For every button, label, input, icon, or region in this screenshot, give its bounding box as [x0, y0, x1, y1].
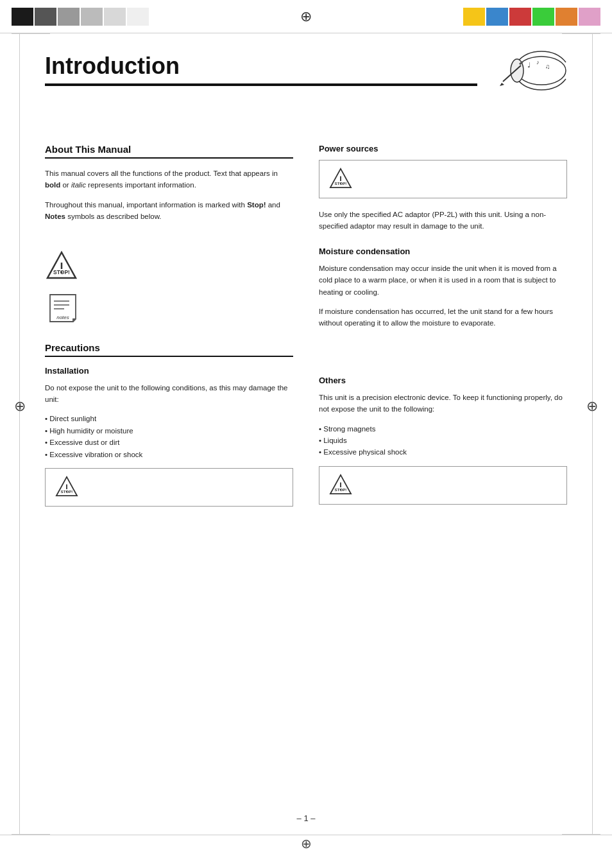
- svg-text:notes: notes: [56, 315, 69, 320]
- page-number: – 1 –: [297, 813, 316, 823]
- power-sources-section: Power sources STOP! Use only the specifi…: [319, 144, 567, 232]
- svg-text:♪: ♪: [536, 59, 540, 65]
- svg-text:♫: ♫: [545, 63, 550, 70]
- color-block-1: [12, 8, 33, 26]
- top-crosshair: ⊕: [300, 8, 312, 25]
- header-illustration: ♩ ♪ ♫: [484, 46, 567, 94]
- power-sources-heading: Power sources: [319, 144, 567, 153]
- precautions-heading: Precautions: [45, 342, 293, 357]
- stop-box-others: STOP!: [319, 466, 567, 505]
- right-crosshair: ⊕: [586, 398, 598, 415]
- color-block-6: [127, 8, 149, 26]
- color-blocks-left: [12, 8, 149, 26]
- moisture-section: Moisture condensation Moisture condensat…: [319, 247, 567, 329]
- stop-box-power: STOP!: [319, 160, 567, 198]
- others-text2: • Strong magnets• Liquids• Excessive phy…: [319, 423, 567, 458]
- notes-icon-left: notes: [45, 292, 293, 329]
- color-block-2: [35, 8, 56, 26]
- color-block-4: [81, 8, 103, 26]
- installation-text2: • Direct sunlight• High humidity or mois…: [45, 413, 293, 460]
- right-column: Power sources STOP! Use only the specifi…: [319, 144, 567, 542]
- svg-marker-6: [500, 83, 504, 86]
- about-body-2: Throughout this manual, important inform…: [45, 199, 293, 223]
- bottom-bar: [0, 835, 612, 868]
- stop-icon-installation: STOP!: [55, 475, 79, 499]
- moisture-text1: Moisture condensation may occur inside t…: [319, 263, 567, 298]
- color-block-5: [104, 8, 126, 26]
- installation-heading: Installation: [45, 366, 293, 376]
- others-text1: This unit is a precision electronic devi…: [319, 392, 567, 415]
- scroll-illustration: ♩ ♪ ♫: [484, 46, 567, 94]
- about-this-manual-heading: About This Manual: [45, 144, 293, 159]
- svg-text:♩: ♩: [527, 61, 531, 69]
- color-block-r5: [556, 8, 577, 26]
- others-heading: Others: [319, 376, 567, 385]
- stop-box-installation: STOP!: [45, 468, 293, 507]
- main-columns: About This Manual This manual covers all…: [45, 144, 567, 542]
- left-crosshair: ⊕: [14, 398, 26, 415]
- moisture-heading: Moisture condensation: [319, 247, 567, 256]
- stop-icon-left: STOP!: [45, 250, 293, 286]
- about-body-1: This manual covers all the functions of …: [45, 168, 293, 191]
- stop-icon-power: STOP!: [328, 167, 353, 191]
- page-title: Introduction: [45, 53, 477, 86]
- color-block-3: [58, 8, 80, 26]
- color-block-r4: [532, 8, 554, 26]
- moisture-text2: If moisture condensation has occurred, l…: [319, 306, 567, 329]
- svg-point-27: [340, 489, 341, 490]
- power-text: Use only the specified AC adaptor (PP-2L…: [319, 209, 567, 232]
- svg-point-19: [66, 490, 67, 492]
- color-blocks-right: [463, 8, 600, 26]
- top-bar: ⊕: [0, 0, 612, 33]
- precautions-section: Precautions Installation Do not expose t…: [45, 342, 293, 460]
- installation-text1: Do not expose the unit to the following …: [45, 382, 293, 406]
- svg-point-11: [61, 271, 63, 273]
- color-block-r2: [486, 8, 508, 26]
- svg-point-0: [517, 56, 566, 85]
- color-block-r3: [509, 8, 531, 26]
- about-this-manual-section: About This Manual This manual covers all…: [45, 144, 293, 223]
- color-block-r1: [463, 8, 485, 26]
- others-section: Others This unit is a precision electron…: [319, 376, 567, 505]
- left-column: About This Manual This manual covers all…: [45, 144, 293, 542]
- stop-icon-others: STOP!: [328, 473, 353, 498]
- svg-point-23: [340, 182, 341, 184]
- page-header: Introduction ♩ ♪ ♫: [45, 53, 567, 112]
- color-block-r6: [579, 8, 600, 26]
